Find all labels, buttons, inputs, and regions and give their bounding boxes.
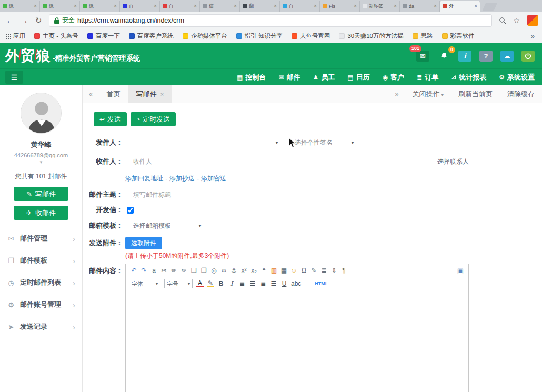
- tab-close-icon[interactable]: ×: [34, 3, 37, 9]
- sidebar-menu-item[interactable]: ❐ 邮件模板 ›: [0, 249, 82, 272]
- nav-item[interactable]: ♟ 员工: [313, 73, 335, 82]
- editor-toolbar-icon[interactable]: ▦: [279, 267, 289, 274]
- editor-toolbar-icon[interactable]: ✏: [169, 267, 179, 274]
- to-input[interactable]: 收件人: [125, 157, 152, 166]
- editor-format-icon[interactable]: ≣: [238, 280, 246, 287]
- editor-toolbar-icon[interactable]: ▥: [269, 267, 279, 274]
- editor-toolbar-icon[interactable]: ❝: [259, 267, 269, 274]
- subject-input[interactable]: 填写邮件标题: [125, 190, 171, 199]
- nav-item[interactable]: ▤ 日历: [347, 73, 369, 82]
- tabs-collapse-icon[interactable]: «: [83, 91, 99, 98]
- editor-format-icon[interactable]: A: [196, 280, 204, 287]
- info-button[interactable]: i: [458, 51, 471, 62]
- tab-close-icon[interactable]: ×: [194, 3, 197, 9]
- bookmark-item[interactable]: 思路: [413, 32, 433, 40]
- logout-button[interactable]: [521, 51, 535, 62]
- messages-button[interactable]: 101 ✉: [416, 51, 429, 62]
- editor-format-icon[interactable]: U: [280, 280, 288, 287]
- editor-format-icon[interactable]: —: [304, 280, 312, 287]
- bookmark-item[interactable]: 指引 知识分享: [236, 32, 283, 40]
- browser-tab[interactable]: 微 ×: [80, 1, 120, 12]
- nav-item[interactable]: ≣ 订单: [417, 73, 438, 82]
- bookmark-star-icon[interactable]: ☆: [510, 16, 523, 25]
- close-operations-dropdown[interactable]: 关闭操作▾: [405, 89, 451, 99]
- bookmark-item[interactable]: 彩票软件: [442, 32, 475, 40]
- send-button[interactable]: ↩ 发送: [94, 112, 127, 126]
- editor-content-area[interactable]: [126, 290, 468, 392]
- editor-toolbar-icon[interactable]: ✑: [179, 267, 189, 274]
- nav-item[interactable]: ▦ 控制台: [237, 73, 266, 82]
- add-bcc-link[interactable]: 添加密送: [201, 174, 226, 183]
- receive-mail-button[interactable]: ✈ 收邮件: [14, 206, 68, 220]
- editor-toolbar-icon[interactable]: ❏: [189, 267, 199, 274]
- editor-toolbar-icon[interactable]: x²: [239, 267, 249, 274]
- nav-item[interactable]: ✉ 邮件: [278, 73, 300, 82]
- editor-format-icon[interactable]: ✎: [207, 280, 214, 287]
- tab-close-icon[interactable]: ×: [74, 3, 77, 9]
- editor-toolbar-icon[interactable]: ✂: [159, 267, 169, 274]
- editor-toolbar-icon[interactable]: Ω: [299, 267, 309, 274]
- editor-format-icon[interactable]: HTML: [315, 281, 328, 286]
- bookmark-item[interactable]: 主页 - 头条号: [34, 32, 78, 40]
- browser-tab[interactable]: da ×: [400, 1, 440, 12]
- tabs-expand-icon[interactable]: »: [389, 91, 405, 98]
- editor-format-icon[interactable]: I: [228, 280, 235, 287]
- editor-toolbar-icon[interactable]: ≣: [319, 267, 329, 274]
- tab-close-icon[interactable]: ×: [160, 91, 164, 97]
- tab-close-icon[interactable]: ×: [434, 3, 437, 9]
- editor-format-icon[interactable]: ☰: [249, 280, 256, 287]
- editor-toolbar-icon[interactable]: ❐: [199, 267, 209, 274]
- browser-tab[interactable]: 百 ×: [280, 1, 320, 12]
- browser-tab[interactable]: 微 ×: [40, 1, 80, 12]
- search-icon[interactable]: [496, 17, 509, 24]
- bookmark-item[interactable]: 大鱼号官网: [292, 32, 330, 40]
- editor-format-icon[interactable]: abc: [291, 280, 301, 287]
- editor-toolbar-icon[interactable]: ☺: [289, 267, 299, 274]
- template-select[interactable]: 选择邮箱模板 ▼: [125, 222, 202, 230]
- editor-toolbar-icon[interactable]: x₂: [249, 267, 259, 274]
- tab-close-icon[interactable]: ×: [314, 3, 317, 9]
- tab-close-icon[interactable]: ×: [234, 3, 237, 9]
- tab-close-icon[interactable]: ×: [354, 3, 357, 9]
- choose-attachment-button[interactable]: 选取附件: [125, 237, 162, 249]
- editor-toolbar-icon[interactable]: ◎: [209, 267, 219, 274]
- editor-toolbar-icon[interactable]: ∞: [219, 267, 229, 274]
- select-contacts-link[interactable]: 选择联系人: [437, 157, 469, 166]
- editor-toolbar-icon[interactable]: ⇕: [329, 267, 339, 274]
- new-tab-button[interactable]: [483, 3, 498, 11]
- editor-toolbar-icon[interactable]: a: [149, 267, 159, 274]
- browser-tab[interactable]: 百 ×: [120, 1, 160, 12]
- back-button[interactable]: ←: [4, 16, 16, 25]
- account-chevron-down-icon[interactable]: ▾: [0, 159, 82, 165]
- add-reply-address-link[interactable]: 添加回复地址: [125, 174, 163, 183]
- address-bar[interactable]: 安全 https://crm.waimaolang.cn/index/crm: [49, 14, 492, 27]
- nav-item[interactable]: ⊿ 统计报表: [451, 73, 486, 82]
- browser-tab[interactable]: Fis ×: [320, 1, 360, 12]
- bookmark-item[interactable]: 企鹅媒体平台: [183, 32, 227, 40]
- sidebar-menu-item[interactable]: ✉ 邮件管理 ›: [0, 227, 82, 249]
- extension-icon[interactable]: [527, 15, 538, 26]
- editor-toolbar-icon[interactable]: ↶: [129, 267, 139, 274]
- browser-tab[interactable]: 信 ×: [200, 1, 240, 12]
- help-button[interactable]: ?: [479, 51, 493, 62]
- reload-button[interactable]: ↻: [32, 16, 45, 25]
- refresh-page-button[interactable]: 刷新当前页: [451, 89, 500, 99]
- tab-close-icon[interactable]: ×: [114, 3, 117, 9]
- editor-format-icon[interactable]: ☰: [270, 280, 277, 287]
- tab-compose[interactable]: 写邮件 ×: [128, 85, 172, 103]
- apps-shortcut[interactable]: 应用: [5, 32, 25, 40]
- sidebar-menu-item[interactable]: ⚙ 邮件账号管理 ›: [0, 294, 82, 316]
- bookmarks-overflow-icon[interactable]: »: [531, 32, 537, 40]
- editor-toolbar-icon[interactable]: ¶: [339, 267, 349, 274]
- nav-item[interactable]: ◉ 客户: [383, 73, 404, 82]
- editor-format-icon[interactable]: ≣: [259, 280, 267, 287]
- tab-close-icon[interactable]: ×: [154, 3, 157, 9]
- bookmark-item[interactable]: 百度一下: [87, 32, 120, 40]
- tab-close-icon[interactable]: ×: [274, 3, 277, 9]
- editor-toolbar-icon[interactable]: ⚓: [229, 267, 239, 274]
- tab-close-icon[interactable]: ×: [394, 3, 397, 9]
- browser-tab[interactable]: 新标签 ×: [360, 1, 400, 12]
- browser-tab[interactable]: 外 ×: [440, 1, 480, 12]
- scheduled-send-button[interactable]: ◔ 定时发送: [131, 112, 176, 126]
- cloud-button[interactable]: ☁: [500, 51, 514, 62]
